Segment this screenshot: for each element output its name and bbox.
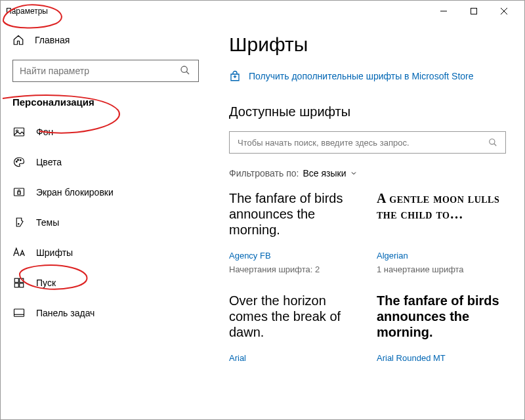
font-sample: Over the horizon comes the break of dawn… [229,293,358,349]
titlebar: Параметры [1,1,524,22]
font-grid: The fanfare of birds announces the morni… [229,190,506,363]
sidebar-item-label: Шрифты [36,247,73,258]
titlebar-title: Параметры [6,7,429,16]
picture-icon [12,125,26,138]
store-icon [229,70,241,82]
chevron-down-icon [350,169,358,177]
font-name: Arial Rounded MT [377,353,506,363]
svg-rect-15 [20,278,24,282]
font-name: Algerian [377,251,506,261]
sidebar-item-label: Цвета [36,157,62,167]
svg-rect-14 [14,278,18,282]
sidebar-item-themes[interactable]: Темы [1,207,211,238]
sidebar-item-label: Фон [36,127,53,137]
filter-label: Фильтровать по: [229,168,299,178]
font-card[interactable]: A gentle moon lulls the child to… Algeri… [377,190,506,274]
filter-value: Все языки [303,168,346,178]
store-link[interactable]: Получить дополнительные шрифты в Microso… [229,70,506,82]
sidebar-item-label: Экран блокировки [36,187,114,198]
themes-icon [12,216,26,229]
sidebar-home[interactable]: Главная [1,27,211,53]
font-card[interactable]: Over the horizon comes the break of dawn… [229,293,358,363]
svg-rect-16 [14,284,18,287]
sidebar-item-label: Панель задач [36,308,94,318]
sidebar-item-background[interactable]: Фон [1,117,211,147]
sidebar-search-input[interactable] [20,66,180,76]
taskbar-icon [12,306,26,320]
search-icon [180,65,192,77]
sidebar-home-label: Главная [35,35,70,45]
font-search-input[interactable] [238,138,488,148]
sidebar-search[interactable] [12,60,199,82]
page-title: Шрифты [229,33,506,56]
maximize-button[interactable] [459,1,489,22]
sidebar-item-label: Темы [36,217,59,228]
svg-point-8 [16,161,17,162]
sidebar-item-start[interactable]: Пуск [1,268,211,298]
font-name: Arial [229,353,358,363]
svg-point-13 [18,224,20,225]
sidebar-item-label: Пуск [36,278,56,288]
sidebar-item-fonts[interactable]: Шрифты [1,238,211,268]
svg-point-10 [20,159,21,161]
font-sample: The fanfare of birds announces the morni… [229,190,358,247]
svg-rect-1 [471,9,477,14]
lockscreen-icon [12,186,26,199]
store-link-label: Получить дополнительные шрифты в Microso… [249,71,474,81]
search-icon [488,138,497,147]
filter-row[interactable]: Фильтровать по: Все языки [229,168,506,178]
font-name: Agency FB [229,251,358,261]
close-button[interactable] [489,1,519,22]
font-sample: The fanfare of birds announces the morni… [377,293,506,349]
svg-point-4 [181,66,187,72]
svg-line-23 [494,144,497,146]
font-meta: 1 начертание шрифта [377,264,506,274]
available-fonts-heading: Доступные шрифты [229,104,506,119]
svg-line-5 [186,72,189,74]
home-icon [12,34,24,46]
svg-rect-18 [14,309,24,316]
minimize-button[interactable] [429,1,459,22]
font-card[interactable]: The fanfare of birds announces the morni… [377,293,506,363]
sidebar-item-lockscreen[interactable]: Экран блокировки [1,177,211,207]
sidebar-item-colors[interactable]: Цвета [1,147,211,177]
font-meta: Начертания шрифта: 2 [229,264,358,274]
sidebar-item-taskbar[interactable]: Панель задач [1,298,211,328]
svg-rect-17 [20,284,24,287]
sidebar-section-title: Персонализация [1,96,211,108]
svg-rect-12 [18,192,21,194]
sidebar: Главная Персонализация Фон [1,22,211,419]
main-content: Шрифты Получить дополнительные шрифты в … [211,22,524,419]
font-sample: A gentle moon lulls the child to… [377,190,506,247]
svg-point-22 [490,139,495,144]
start-icon [12,276,26,289]
sidebar-nav: Фон Цвета Экран блокировки [1,117,211,328]
svg-point-9 [18,159,19,161]
font-card[interactable]: The fanfare of birds announces the morni… [229,190,358,274]
fonts-icon [12,246,26,259]
font-search[interactable] [229,131,506,154]
palette-icon [12,156,26,169]
